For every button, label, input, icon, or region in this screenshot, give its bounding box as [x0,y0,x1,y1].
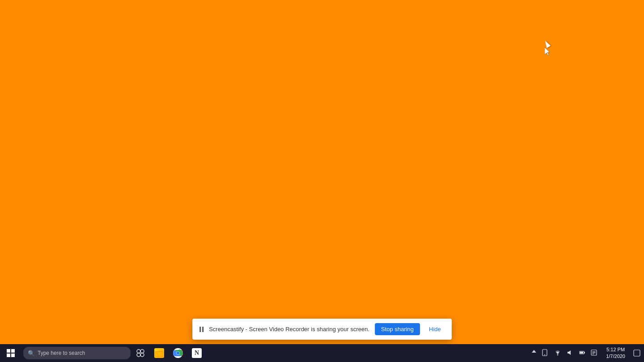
svg-point-4 [137,349,140,353]
file-explorer-icon [154,348,164,358]
taskbar-right-area: 5:12 PM 1/7/2020 [527,344,644,362]
taskbar-app-file-explorer[interactable] [150,344,168,362]
tablet-mode-icon[interactable] [541,348,550,358]
svg-rect-0 [7,349,10,353]
sharing-message: Screencastify - Screen Video Recorder is… [209,326,369,333]
desktop: Screencastify - Screen Video Recorder is… [0,0,644,344]
svg-point-7 [140,353,144,357]
notifications-icon [633,349,640,357]
clock-date: 1/7/2020 [606,353,625,360]
battery-icon[interactable] [578,349,586,358]
hide-button[interactable]: Hide [425,323,445,335]
svg-rect-8 [155,351,163,357]
taskbar: 🔍 Type here to search [0,344,644,362]
svg-rect-23 [634,350,640,356]
notifications-button[interactable] [630,344,644,362]
screen-sharing-notification: Screencastify - Screen Video Recorder is… [192,319,452,340]
search-icon: 🔍 [28,350,35,357]
pause-icon [199,327,203,332]
svg-point-12 [177,352,179,354]
system-tray [527,348,602,358]
mouse-cursor [545,40,550,48]
stop-sharing-button[interactable]: Stop sharing [375,323,420,335]
volume-icon[interactable] [566,349,575,358]
system-clock[interactable]: 5:12 PM 1/7/2020 [602,344,630,362]
windows-logo-icon [7,349,15,357]
svg-rect-18 [580,352,583,354]
svg-point-5 [140,349,144,353]
svg-rect-1 [11,349,15,353]
search-placeholder-text: Type here to search [38,350,85,356]
chrome-icon [173,348,183,358]
start-button[interactable] [0,344,21,362]
taskbar-pinned-apps: N [150,344,206,362]
taskbar-app-notion[interactable]: N [188,344,206,362]
svg-rect-2 [7,354,10,357]
taskbar-app-chrome[interactable] [169,344,187,362]
task-view-icon [136,349,144,357]
action-center-icon[interactable] [590,349,598,358]
task-view-button[interactable] [132,344,148,362]
svg-rect-3 [11,354,15,357]
show-hidden-tray-button[interactable] [531,349,537,358]
svg-point-6 [137,353,140,357]
network-icon[interactable] [553,349,562,358]
svg-point-15 [557,354,559,355]
notion-icon: N [192,348,202,358]
svg-rect-17 [584,352,585,353]
search-bar[interactable]: 🔍 Type here to search [23,347,131,359]
clock-time: 5:12 PM [606,346,625,353]
